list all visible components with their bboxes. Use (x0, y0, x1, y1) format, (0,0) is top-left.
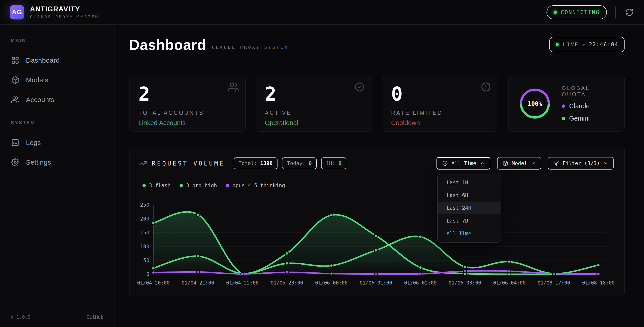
stat-card-active: 2ACTIVEOperational (256, 76, 372, 132)
global-quota-card: 100%GLOBAL QUOTAClaudeGemini (508, 76, 624, 132)
dropdown-option-last-1h[interactable]: Last 1H (438, 176, 501, 189)
sidebar-item-label: Settings (26, 158, 51, 166)
legend-dot-icon (142, 184, 146, 187)
alert-circle-icon (480, 82, 491, 92)
refresh-button[interactable] (624, 8, 634, 17)
github-link[interactable]: GitHub (86, 314, 104, 320)
stat-card-rate-limited: 0RATE LIMITEDCooldown (382, 76, 498, 132)
cube-icon (11, 76, 19, 84)
funnel-icon (553, 160, 559, 166)
chart-legend: 3-flash3-pro-highopus-4-5-thinking (142, 182, 614, 188)
badge-label: Total: (238, 160, 257, 166)
svg-text:01/04 21:00: 01/04 21:00 (182, 280, 214, 286)
sidebar-section-label: MAIN (11, 38, 107, 43)
refresh-icon (625, 8, 634, 16)
control-label: Filter (3/3) (562, 160, 600, 166)
legend-dot-icon (562, 117, 565, 120)
sidebar-item-dashboard[interactable]: Dashboard (8, 50, 107, 70)
sidebar-section-main: MAINDashboardModelsAccounts (8, 38, 107, 110)
svg-text:01/06 04:00: 01/06 04:00 (493, 280, 526, 286)
dropdown-option-last-7d[interactable]: Last 7D (438, 214, 501, 227)
users-icon (228, 82, 238, 92)
sidebar-item-models[interactable]: Models (8, 70, 107, 90)
dot-separator-icon (583, 44, 585, 46)
app-logo: AG (10, 5, 24, 20)
volume-badge-total: Total:1390 (234, 158, 278, 169)
panel-header: REQUEST VOLUME Total:1390Today:01H:0 All… (139, 157, 614, 170)
control-label: Model (512, 160, 527, 166)
all-time-button[interactable]: All Time (436, 157, 490, 170)
stat-sub-label: Linked Accounts (138, 119, 236, 126)
connection-status-label: CONNECTING (561, 9, 600, 16)
badge-value: 0 (338, 160, 342, 166)
filter-3-3--button[interactable]: Filter (3/3) (548, 157, 614, 170)
svg-text:250: 250 (140, 202, 149, 208)
quota-legend-name: Gemini (569, 115, 590, 122)
legend-series-name: 3-flash (149, 182, 170, 188)
clock-icon (442, 160, 448, 166)
badge-label: Today: (287, 160, 306, 166)
sidebar-footer: V 1.0.0 GitHub (11, 314, 104, 320)
trending-up-icon (139, 159, 147, 167)
svg-text:200: 200 (140, 216, 149, 222)
chevron-down-icon (603, 161, 608, 166)
legend-item-3-pro-high[interactable]: 3-pro-high (180, 182, 217, 188)
cube-icon (502, 160, 508, 166)
dropdown-option-last-6h[interactable]: Last 6H (438, 189, 501, 202)
legend-dot-icon (226, 184, 229, 187)
svg-text:01/06 03:00: 01/06 03:00 (448, 280, 481, 286)
svg-text:01/04 22:00: 01/04 22:00 (226, 280, 259, 286)
dropdown-option-last-24h[interactable]: Last 24H (438, 202, 501, 214)
users-icon (11, 96, 19, 104)
svg-text:01/06 02:00: 01/06 02:00 (404, 280, 437, 286)
status-dot-icon (554, 11, 557, 14)
badge-value: 0 (308, 160, 312, 166)
legend-item-3-flash[interactable]: 3-flash (142, 182, 170, 188)
dropdown-option-all-time[interactable]: All Time (438, 227, 501, 240)
quota-legend-name: Claude (569, 102, 590, 110)
sidebar-item-logs[interactable]: Logs (8, 133, 107, 152)
model-button[interactable]: Model (497, 157, 541, 170)
brand: ANTIGRAVITY CLAUDE PROXY SYSTEM (30, 5, 99, 19)
chart-controls: All TimeModelFilter (3/3) (436, 157, 614, 170)
terminal-icon (11, 139, 19, 147)
volume-badge-today: Today:0 (282, 158, 317, 169)
page-header: Dashboard CLAUDE PROXY SYSTEM LIVE 22:46… (129, 37, 624, 52)
svg-text:0: 0 (146, 271, 149, 277)
page-subtitle: CLAUDE PROXY SYSTEM (212, 44, 288, 50)
svg-text:01/04 20:00: 01/04 20:00 (137, 280, 170, 286)
badge-label: 1H: (326, 160, 336, 166)
svg-text:01/06 00:00: 01/06 00:00 (315, 280, 348, 286)
stat-value: 0 (391, 84, 489, 105)
version-label: V 1.0.0 (11, 314, 31, 320)
sidebar-item-label: Accounts (26, 96, 54, 104)
topbar-divider (616, 6, 616, 18)
connection-status-badge: CONNECTING (546, 5, 607, 19)
quota-percent: 100% (518, 86, 552, 121)
svg-text:100: 100 (140, 244, 149, 250)
sidebar-item-label: Logs (26, 139, 41, 146)
stat-value: 2 (138, 84, 236, 105)
stat-card-total-accounts: 2TOTAL ACCOUNTSLinked Accounts (129, 76, 246, 132)
volume-badge-1h: 1H:0 (321, 158, 346, 169)
sidebar-section-system: SYSTEMLogsSettings (8, 120, 107, 172)
check-circle-icon (354, 82, 365, 92)
sidebar-item-label: Models (26, 76, 48, 84)
quota-legend-item: Claude (562, 102, 616, 110)
quota-label: GLOBAL QUOTA (562, 85, 616, 98)
sidebar-item-settings[interactable]: Settings (8, 152, 107, 172)
stat-label: TOTAL ACCOUNTS (138, 110, 236, 116)
app-title: ANTIGRAVITY (30, 5, 99, 13)
legend-dot-icon (562, 104, 565, 108)
request-volume-chart: 05010015020025001/04 20:0001/04 21:0001/… (130, 200, 624, 294)
sidebar-item-accounts[interactable]: Accounts (8, 90, 107, 110)
badge-value: 1390 (260, 160, 272, 166)
legend-item-opus-4-5-thinking[interactable]: opus-4-5-thinking (226, 182, 285, 188)
sidebar-section-label: SYSTEM (11, 120, 107, 125)
request-volume-panel: REQUEST VOLUME Total:1390Today:01H:0 All… (129, 146, 624, 297)
legend-series-name: 3-pro-high (186, 182, 217, 188)
legend-series-name: opus-4-5-thinking (232, 182, 285, 188)
panel-title: REQUEST VOLUME (152, 160, 225, 167)
sidebar: MAINDashboardModelsAccountsSYSTEMLogsSet… (0, 24, 114, 327)
chevron-down-icon (531, 161, 536, 166)
